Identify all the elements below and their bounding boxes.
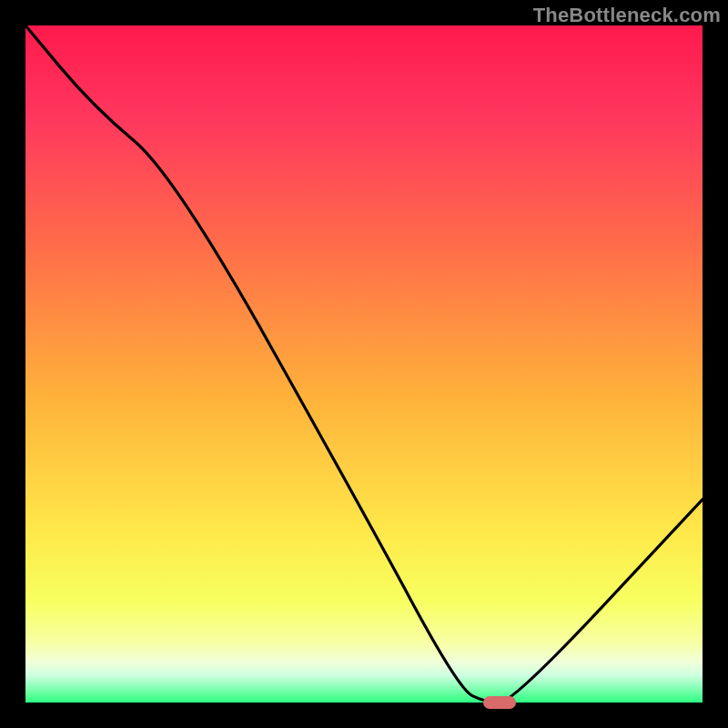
watermark-text: TheBottleneck.com (533, 4, 721, 27)
bottleneck-curve (25, 25, 703, 703)
chart-frame: TheBottleneck.com (0, 0, 728, 728)
optimum-marker (483, 696, 516, 709)
curve-path (25, 25, 703, 703)
plot-area (25, 25, 703, 703)
